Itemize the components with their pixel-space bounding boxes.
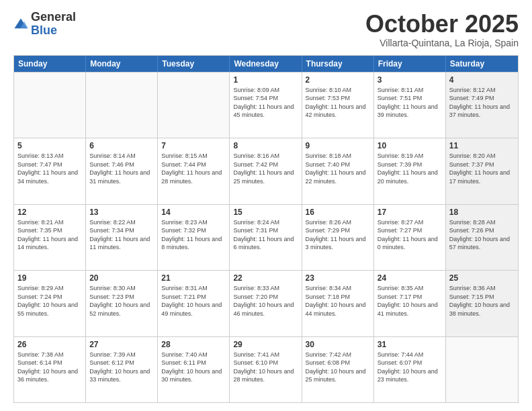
day-number: 10	[378, 141, 442, 150]
calendar-cell: 16Sunrise: 8:26 AM Sunset: 7:29 PM Dayli…	[302, 205, 374, 270]
day-info: Sunrise: 8:15 AM Sunset: 7:44 PM Dayligh…	[161, 152, 226, 185]
calendar-body: 1Sunrise: 8:09 AM Sunset: 7:54 PM Daylig…	[14, 72, 518, 402]
day-number: 7	[161, 141, 226, 150]
day-info: Sunrise: 8:19 AM Sunset: 7:39 PM Dayligh…	[378, 152, 442, 185]
day-info: Sunrise: 8:14 AM Sunset: 7:46 PM Dayligh…	[89, 152, 154, 185]
calendar: SundayMondayTuesdayWednesdayThursdayFrid…	[13, 55, 519, 403]
header-day-thursday: Thursday	[302, 56, 374, 72]
day-number: 27	[89, 340, 154, 349]
header-day-wednesday: Wednesday	[230, 56, 302, 72]
logo: General Blue	[13, 11, 76, 38]
title-block: October 2025 Villarta-Quintana, La Rioja…	[365, 11, 519, 48]
calendar-cell: 9Sunrise: 8:18 AM Sunset: 7:40 PM Daylig…	[302, 138, 374, 203]
calendar-cell: 15Sunrise: 8:24 AM Sunset: 7:31 PM Dayli…	[230, 205, 302, 270]
calendar-cell: 18Sunrise: 8:28 AM Sunset: 7:26 PM Dayli…	[446, 205, 518, 270]
day-number: 31	[378, 340, 442, 349]
day-info: Sunrise: 7:44 AM Sunset: 6:07 PM Dayligh…	[378, 351, 442, 384]
day-info: Sunrise: 8:31 AM Sunset: 7:21 PM Dayligh…	[161, 284, 226, 318]
day-number: 15	[233, 208, 298, 217]
calendar-cell: 31Sunrise: 7:44 AM Sunset: 6:07 PM Dayli…	[374, 337, 446, 402]
calendar-cell: 4Sunrise: 8:12 AM Sunset: 7:49 PM Daylig…	[446, 73, 518, 138]
day-info: Sunrise: 8:12 AM Sunset: 7:49 PM Dayligh…	[449, 86, 515, 120]
day-number: 6	[89, 141, 154, 150]
day-info: Sunrise: 8:10 AM Sunset: 7:53 PM Dayligh…	[306, 86, 370, 120]
day-info: Sunrise: 8:16 AM Sunset: 7:42 PM Dayligh…	[233, 152, 298, 185]
calendar-row-4: 26Sunrise: 7:38 AM Sunset: 6:14 PM Dayli…	[14, 336, 518, 402]
day-info: Sunrise: 7:41 AM Sunset: 6:10 PM Dayligh…	[233, 351, 298, 384]
day-number: 5	[17, 141, 82, 150]
calendar-cell: 19Sunrise: 8:29 AM Sunset: 7:24 PM Dayli…	[14, 271, 86, 336]
calendar-cell: 10Sunrise: 8:19 AM Sunset: 7:39 PM Dayli…	[374, 138, 446, 203]
day-info: Sunrise: 8:20 AM Sunset: 7:37 PM Dayligh…	[449, 152, 515, 185]
location-subtitle: Villarta-Quintana, La Rioja, Spain	[365, 38, 519, 48]
calendar-row-1: 5Sunrise: 8:13 AM Sunset: 7:47 PM Daylig…	[14, 138, 518, 203]
calendar-cell: 28Sunrise: 7:40 AM Sunset: 6:11 PM Dayli…	[158, 337, 230, 402]
day-number: 14	[161, 208, 226, 217]
day-info: Sunrise: 8:30 AM Sunset: 7:23 PM Dayligh…	[89, 284, 154, 318]
calendar-cell: 13Sunrise: 8:22 AM Sunset: 7:34 PM Dayli…	[86, 205, 158, 270]
calendar-cell: 17Sunrise: 8:27 AM Sunset: 7:27 PM Dayli…	[374, 205, 446, 270]
day-number: 16	[306, 208, 370, 217]
day-number: 17	[378, 208, 442, 217]
calendar-row-0: 1Sunrise: 8:09 AM Sunset: 7:54 PM Daylig…	[14, 72, 518, 138]
day-number: 8	[233, 141, 298, 150]
day-info: Sunrise: 8:24 AM Sunset: 7:31 PM Dayligh…	[233, 218, 298, 252]
logo-general: General	[31, 11, 76, 24]
calendar-cell: 30Sunrise: 7:42 AM Sunset: 6:08 PM Dayli…	[302, 337, 374, 402]
calendar-cell: 23Sunrise: 8:34 AM Sunset: 7:18 PM Dayli…	[302, 271, 374, 336]
logo-blue: Blue	[31, 24, 76, 38]
calendar-cell: 11Sunrise: 8:20 AM Sunset: 7:37 PM Dayli…	[446, 138, 518, 203]
header-day-monday: Monday	[86, 56, 158, 72]
page: General Blue October 2025 Villarta-Quint…	[0, 0, 532, 411]
calendar-cell: 25Sunrise: 8:36 AM Sunset: 7:15 PM Dayli…	[446, 271, 518, 336]
day-number: 13	[89, 208, 154, 217]
header-day-friday: Friday	[374, 56, 446, 72]
day-info: Sunrise: 8:09 AM Sunset: 7:54 PM Dayligh…	[233, 86, 298, 120]
calendar-cell	[86, 73, 158, 138]
header-day-sunday: Sunday	[14, 56, 86, 72]
day-number: 2	[306, 75, 370, 85]
logo-text: General Blue	[31, 11, 76, 38]
day-info: Sunrise: 8:18 AM Sunset: 7:40 PM Dayligh…	[306, 152, 370, 185]
calendar-cell: 29Sunrise: 7:41 AM Sunset: 6:10 PM Dayli…	[230, 337, 302, 402]
calendar-row-2: 12Sunrise: 8:21 AM Sunset: 7:35 PM Dayli…	[14, 204, 518, 270]
calendar-cell: 26Sunrise: 7:38 AM Sunset: 6:14 PM Dayli…	[14, 337, 86, 402]
day-number: 23	[306, 273, 370, 283]
day-number: 21	[161, 273, 226, 283]
calendar-cell: 8Sunrise: 8:16 AM Sunset: 7:42 PM Daylig…	[230, 138, 302, 203]
calendar-cell	[14, 73, 86, 138]
day-info: Sunrise: 8:29 AM Sunset: 7:24 PM Dayligh…	[17, 284, 82, 318]
calendar-cell: 1Sunrise: 8:09 AM Sunset: 7:54 PM Daylig…	[230, 73, 302, 138]
day-number: 26	[17, 340, 82, 349]
day-info: Sunrise: 8:36 AM Sunset: 7:15 PM Dayligh…	[449, 284, 515, 318]
day-info: Sunrise: 8:35 AM Sunset: 7:17 PM Dayligh…	[378, 284, 442, 318]
header-day-tuesday: Tuesday	[158, 56, 230, 72]
header: General Blue October 2025 Villarta-Quint…	[13, 11, 519, 48]
day-number: 18	[449, 208, 515, 217]
day-number: 22	[233, 273, 298, 283]
calendar-cell	[158, 73, 230, 138]
day-number: 9	[306, 141, 370, 150]
day-number: 1	[233, 75, 298, 85]
month-title: October 2025	[365, 11, 519, 38]
day-number: 25	[449, 273, 515, 283]
logo-icon	[13, 17, 28, 32]
day-number: 29	[233, 340, 298, 349]
day-number: 24	[378, 273, 442, 283]
day-info: Sunrise: 7:39 AM Sunset: 6:12 PM Dayligh…	[89, 351, 154, 384]
calendar-cell: 6Sunrise: 8:14 AM Sunset: 7:46 PM Daylig…	[86, 138, 158, 203]
calendar-cell: 7Sunrise: 8:15 AM Sunset: 7:44 PM Daylig…	[158, 138, 230, 203]
calendar-cell	[446, 337, 518, 402]
calendar-cell: 3Sunrise: 8:11 AM Sunset: 7:51 PM Daylig…	[374, 73, 446, 138]
day-info: Sunrise: 7:42 AM Sunset: 6:08 PM Dayligh…	[306, 351, 370, 384]
day-info: Sunrise: 7:38 AM Sunset: 6:14 PM Dayligh…	[17, 351, 82, 384]
calendar-cell: 14Sunrise: 8:23 AM Sunset: 7:32 PM Dayli…	[158, 205, 230, 270]
calendar-cell: 5Sunrise: 8:13 AM Sunset: 7:47 PM Daylig…	[14, 138, 86, 203]
day-number: 20	[89, 273, 154, 283]
day-info: Sunrise: 8:26 AM Sunset: 7:29 PM Dayligh…	[306, 218, 370, 252]
day-info: Sunrise: 8:28 AM Sunset: 7:26 PM Dayligh…	[449, 218, 515, 252]
day-info: Sunrise: 8:23 AM Sunset: 7:32 PM Dayligh…	[161, 218, 226, 252]
day-number: 4	[449, 75, 515, 85]
day-info: Sunrise: 8:33 AM Sunset: 7:20 PM Dayligh…	[233, 284, 298, 318]
day-info: Sunrise: 8:22 AM Sunset: 7:34 PM Dayligh…	[89, 218, 154, 252]
